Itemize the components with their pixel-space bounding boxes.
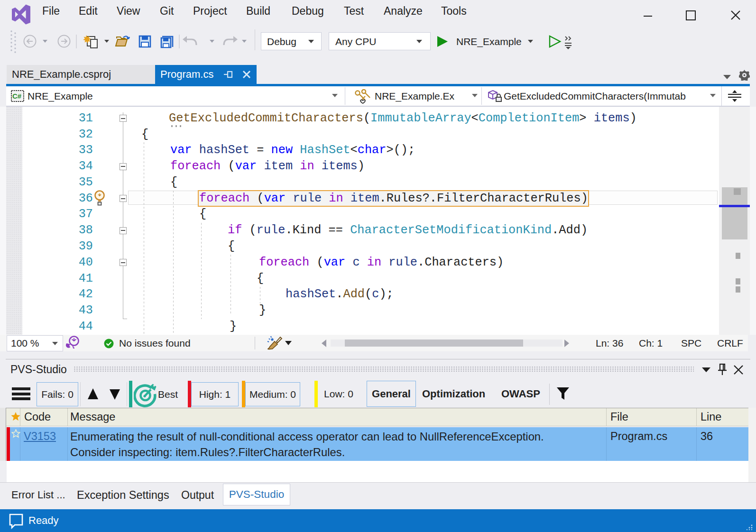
svg-text:C#: C#: [12, 92, 22, 100]
